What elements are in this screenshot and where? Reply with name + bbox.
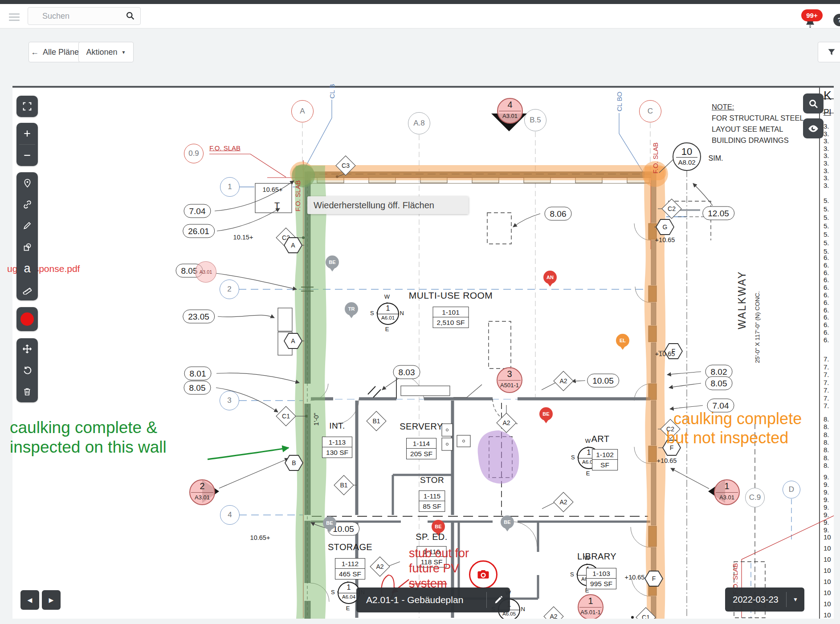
layers-visibility-button[interactable] (803, 118, 824, 138)
eye-icon (807, 123, 819, 134)
shapes-tool-button[interactable] (16, 236, 38, 258)
orange-highlight-right-wall (644, 166, 665, 619)
magnifier-icon (808, 98, 819, 109)
zoom-in-button[interactable] (16, 123, 38, 144)
prev-arrow-icon: ◀ (28, 596, 33, 604)
search-input[interactable] (41, 8, 123, 24)
edit-plan-name-button[interactable] (487, 596, 510, 604)
next-arrow-icon: ▶ (49, 596, 54, 604)
toolbar-group-record (16, 307, 38, 331)
next-plan-button[interactable]: ▶ (42, 590, 61, 610)
section-marker-3-A501-1: 3A501-1 (486, 360, 531, 404)
toolbar-group-zoom (16, 123, 38, 166)
search-icon[interactable] (126, 11, 135, 20)
menu-icon[interactable] (9, 12, 20, 20)
toolbar-group-annotate: a (16, 172, 38, 300)
green-text-annotation-line1[interactable]: caulking complete & (10, 418, 157, 437)
ticket-pin-BE[interactable]: BE (432, 520, 445, 533)
red-text-annotation-line2[interactable]: future PV (409, 562, 459, 575)
faded-marker-A3.01[interactable]: A3.01 (195, 261, 216, 283)
search-box (28, 7, 141, 25)
plan-bottom-margin (12, 619, 840, 624)
fullscreen-button[interactable] (16, 96, 38, 117)
notification-badge[interactable]: 99+ (801, 9, 823, 21)
move-tool-button[interactable] (16, 338, 38, 360)
ticket-pin-BE[interactable]: BE (539, 407, 553, 421)
delete-button[interactable] (16, 381, 38, 402)
ticket-pin-AN[interactable]: AN (543, 271, 557, 284)
ticket-pin-EL[interactable]: EL (616, 334, 629, 347)
pencil-icon (494, 596, 503, 604)
plan-search-button[interactable] (803, 93, 824, 113)
ticket-pin-BE[interactable]: BE (326, 255, 339, 269)
orange-highlight-top-wall (292, 165, 666, 180)
photo-annotation-marker[interactable] (469, 560, 497, 589)
help-button[interactable]: ? (833, 14, 840, 26)
plan-right-margin (834, 88, 840, 624)
pin-tool-button[interactable] (16, 172, 38, 194)
ticket-pin-BE[interactable]: BE (501, 515, 514, 529)
window-top-strip (0, 0, 840, 4)
toolbar-group-fullscreen (16, 96, 38, 117)
ticket-pin-TR[interactable]: TR (345, 302, 358, 316)
zoom-out-button[interactable] (16, 145, 38, 166)
measure-tool-button[interactable] (16, 279, 38, 300)
ticket-pin-BE[interactable]: BE (323, 516, 336, 530)
section-marker-1-A3.01: 1A3.01 (704, 472, 748, 516)
app-header: 99+ ? (0, 4, 840, 28)
section-marker-4-A3.01: 4A3.01 (487, 90, 531, 135)
tooltip-restore-public-areas: Wiederherstellung öff. Flächen (307, 196, 469, 214)
green-text-annotation-line2[interactable]: inspected on this wall (10, 438, 167, 457)
floor-plan-canvas[interactable] (0, 0, 840, 624)
text-tool-button[interactable]: a (16, 258, 38, 279)
undo-button[interactable] (16, 360, 38, 381)
orange-text-annotation-line2[interactable]: but not inspected (666, 429, 788, 447)
plan-title: A2.01-1 - Gebäudeplan (356, 595, 486, 605)
red-text-annotation-line1[interactable]: stub out for (409, 547, 469, 560)
green-highlight-left-wall (295, 166, 326, 619)
app-window: ug - response.pdf caulking complete & in… (0, 0, 840, 624)
plan-title-bar: A2.01-1 - Gebäudeplan (356, 588, 510, 612)
date-caret-icon: ▼ (787, 596, 804, 603)
orange-text-annotation-line1[interactable]: caulking complete (673, 409, 802, 428)
revision-date-dropdown[interactable]: 2022-03-23 ▼ (725, 588, 804, 612)
record-color-button[interactable] (16, 307, 38, 331)
previous-plan-button[interactable]: ◀ (20, 590, 39, 610)
revision-date: 2022-03-23 (725, 595, 786, 605)
section-marker-2-A3.01: 2A3.01 (179, 472, 224, 516)
pencil-tool-button[interactable] (16, 215, 38, 236)
toolbar-group-edit (16, 338, 38, 402)
link-tool-button[interactable] (16, 194, 38, 215)
